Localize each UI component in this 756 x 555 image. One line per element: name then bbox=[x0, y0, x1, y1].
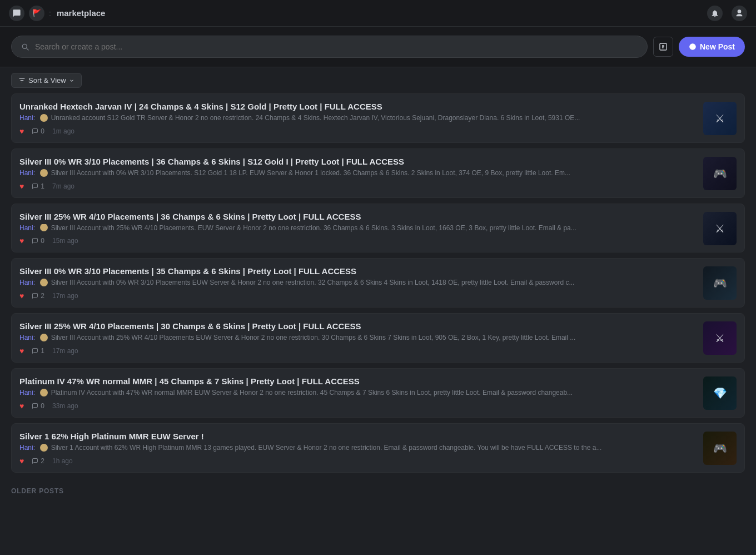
chevron-down-icon bbox=[69, 78, 74, 83]
comment-icon bbox=[32, 237, 38, 244]
search-container bbox=[11, 36, 648, 58]
post-meta: Hani: Silver III Account with 25% WR 4/1… bbox=[19, 334, 697, 342]
like-button[interactable]: ♥ bbox=[19, 291, 24, 300]
like-button[interactable]: ♥ bbox=[19, 127, 24, 136]
nav-separator: : bbox=[49, 9, 51, 18]
lol-icon bbox=[40, 224, 48, 232]
post-meta: Hani: Silver 1 Account with 62% WR High … bbox=[19, 444, 697, 452]
post-list: Unranked Hextech Jarvan IV | 24 Champs &… bbox=[0, 93, 756, 473]
post-author[interactable]: Hani: bbox=[19, 279, 35, 286]
nav-title: marketplace bbox=[57, 8, 702, 18]
lol-icon bbox=[40, 444, 48, 452]
post-author[interactable]: Hani: bbox=[19, 114, 35, 122]
post-item: Silver III 0% WR 3/10 Placements | 36 Ch… bbox=[11, 148, 745, 198]
like-button[interactable]: ♥ bbox=[19, 457, 24, 465]
post-author[interactable]: Hani: bbox=[19, 444, 35, 452]
comment-button[interactable]: 1 bbox=[32, 182, 44, 190]
comment-count: 0 bbox=[41, 127, 44, 135]
post-content: Silver III 0% WR 3/10 Placements | 36 Ch… bbox=[19, 157, 697, 191]
post-item: Unranked Hextech Jarvan IV | 24 Champs &… bbox=[11, 93, 745, 143]
circle-icon bbox=[689, 43, 697, 51]
profile-icon[interactable] bbox=[732, 6, 747, 21]
post-title[interactable]: Silver 1 62% High Platinum MMR EUW Serve… bbox=[19, 432, 697, 441]
post-title[interactable]: Platinum IV 47% WR normal MMR | 45 Champ… bbox=[19, 376, 697, 386]
post-thumbnail[interactable]: ⚔ bbox=[703, 102, 737, 135]
post-footer: ♥ 0 15m ago bbox=[19, 236, 697, 245]
post-time: 1h ago bbox=[52, 457, 73, 465]
post-item: Platinum IV 47% WR normal MMR | 45 Champ… bbox=[11, 368, 745, 418]
post-title[interactable]: Silver III 25% WR 4/10 Placements | 36 C… bbox=[19, 212, 697, 221]
post-footer: ♥ 2 1h ago bbox=[19, 457, 697, 465]
post-footer: ♥ 2 17m ago bbox=[19, 291, 697, 300]
comment-icon bbox=[32, 403, 38, 409]
post-item: Silver III 0% WR 3/10 Placements | 35 Ch… bbox=[11, 258, 745, 308]
sortbar: Sort & View bbox=[0, 67, 756, 93]
comment-count: 2 bbox=[41, 457, 44, 465]
post-thumbnail[interactable]: 🎮 bbox=[703, 266, 737, 300]
post-title[interactable]: Silver III 0% WR 3/10 Placements | 35 Ch… bbox=[19, 266, 697, 276]
comment-count: 1 bbox=[41, 347, 44, 355]
post-author[interactable]: Hani: bbox=[19, 224, 35, 232]
comment-count: 2 bbox=[41, 292, 44, 300]
post-content: Silver 1 62% High Platinum MMR EUW Serve… bbox=[19, 432, 697, 465]
post-title[interactable]: Unranked Hextech Jarvan IV | 24 Champs &… bbox=[19, 102, 697, 111]
post-time: 1m ago bbox=[52, 127, 74, 135]
post-title[interactable]: Silver III 25% WR 4/10 Placements | 30 C… bbox=[19, 321, 697, 331]
new-post-button[interactable]: New Post bbox=[679, 37, 745, 57]
post-thumbnail[interactable]: 💎 bbox=[703, 376, 737, 410]
comment-button[interactable]: 0 bbox=[32, 127, 44, 135]
like-button[interactable]: ♥ bbox=[19, 236, 24, 245]
searchbar-wrap: New Post bbox=[0, 27, 756, 67]
comment-button[interactable]: 2 bbox=[32, 292, 44, 300]
nav-right bbox=[707, 6, 747, 21]
post-author[interactable]: Hani: bbox=[19, 389, 35, 397]
lol-icon bbox=[40, 279, 48, 286]
comment-icon bbox=[32, 128, 38, 135]
post-footer: ♥ 1 7m ago bbox=[19, 182, 697, 191]
like-button[interactable]: ♥ bbox=[19, 182, 24, 191]
post-item: Silver III 25% WR 4/10 Placements | 36 C… bbox=[11, 204, 745, 253]
comment-button[interactable]: 0 bbox=[32, 402, 44, 410]
comment-icon bbox=[32, 183, 38, 190]
comment-button[interactable]: 0 bbox=[32, 237, 44, 245]
search-input[interactable] bbox=[35, 42, 638, 51]
lol-icon bbox=[40, 389, 48, 397]
post-footer: ♥ 1 17m ago bbox=[19, 346, 697, 355]
post-item: Silver III 25% WR 4/10 Placements | 30 C… bbox=[11, 313, 745, 363]
post-meta: Hani: Unranked account S12 Gold TR Serve… bbox=[19, 114, 697, 122]
lol-icon bbox=[40, 334, 48, 341]
post-content: Silver III 0% WR 3/10 Placements | 35 Ch… bbox=[19, 266, 697, 300]
post-meta: Hani: Silver III Account with 0% WR 3/10… bbox=[19, 169, 697, 177]
search-icon bbox=[21, 42, 29, 51]
notification-icon[interactable] bbox=[707, 6, 723, 21]
post-author[interactable]: Hani: bbox=[19, 169, 35, 177]
chat-icon[interactable] bbox=[9, 6, 24, 21]
post-thumbnail[interactable]: 🎮 bbox=[703, 157, 737, 190]
older-posts-label[interactable]: OLDER POSTS bbox=[0, 478, 756, 504]
svg-point-1 bbox=[689, 43, 696, 50]
topnav: 🚩 : marketplace bbox=[0, 0, 756, 27]
post-meta: Hani: Silver III Account with 0% WR 3/10… bbox=[19, 279, 697, 287]
post-content: Unranked Hextech Jarvan IV | 24 Champs &… bbox=[19, 102, 697, 136]
post-thumbnail[interactable]: 🎮 bbox=[703, 432, 737, 465]
lol-icon bbox=[40, 169, 48, 177]
post-thumbnail[interactable]: ⚔ bbox=[703, 321, 737, 355]
sort-view-button[interactable]: Sort & View bbox=[11, 73, 82, 88]
comment-icon bbox=[32, 348, 38, 354]
sort-icon bbox=[18, 77, 26, 84]
like-button[interactable]: ♥ bbox=[19, 402, 24, 410]
lol-icon bbox=[40, 114, 48, 122]
post-meta: Hani: Silver III Account with 25% WR 4/1… bbox=[19, 224, 697, 232]
post-time: 33m ago bbox=[52, 402, 78, 410]
post-thumbnail[interactable]: ⚔ bbox=[703, 212, 737, 245]
flag-icon[interactable]: 🚩 bbox=[29, 6, 44, 21]
compose-icon[interactable] bbox=[653, 37, 673, 57]
nav-left-icons: 🚩 : bbox=[9, 6, 51, 21]
post-author[interactable]: Hani: bbox=[19, 334, 35, 341]
comment-button[interactable]: 1 bbox=[32, 347, 44, 355]
post-content: Platinum IV 47% WR normal MMR | 45 Champ… bbox=[19, 376, 697, 410]
like-button[interactable]: ♥ bbox=[19, 346, 24, 355]
post-title[interactable]: Silver III 0% WR 3/10 Placements | 36 Ch… bbox=[19, 157, 697, 166]
post-footer: ♥ 0 33m ago bbox=[19, 402, 697, 410]
comment-button[interactable]: 2 bbox=[32, 457, 44, 465]
